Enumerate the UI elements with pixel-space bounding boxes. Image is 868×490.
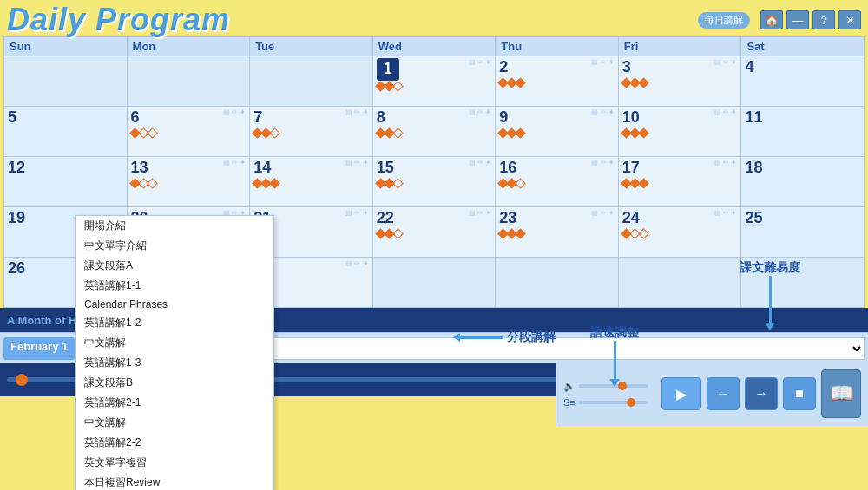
lesson-dropdown[interactable]: 開場介紹中文單字介紹課文段落A英語講解1-1Calendar Phrases英語… [75,215,274,490]
cell-icons: ▤ ✏ ✦ [714,159,737,167]
dropdown-item[interactable]: 課文段落A [76,256,273,276]
calendar-cell-2-2[interactable]: 14▤ ✏ ✦ [250,157,373,207]
diamonds [253,180,369,187]
dropdown-item[interactable]: 開場介紹 [76,216,273,236]
calendar-cell-0-0[interactable] [4,56,128,107]
calendar-cell-3-6[interactable]: 25 [741,207,865,258]
close-button[interactable]: ✕ [838,10,861,29]
calendar-cell-4-5[interactable] [618,258,741,308]
dropdown-item[interactable]: 中文講解 [76,333,273,353]
calendar-cell-2-4[interactable]: 16▤ ✏ ✦ [496,157,619,207]
day-number: 15 [377,159,394,178]
calendar-cell-2-5[interactable]: 17▤ ✏ ✦ [618,157,741,207]
volume-icon: 🔈 [563,381,575,392]
calendar-cell-1-3[interactable]: 8▤ ✏ ✦ [372,107,496,157]
cell-icons: ▤ ✏ ✦ [591,58,614,66]
speed-row: S≡ [563,397,656,408]
dropdown-item[interactable]: 英語講解2-1 [76,393,273,413]
dropdown-item[interactable]: 中文單字介紹 [76,236,273,256]
diamond [515,228,526,239]
diamond [269,127,280,139]
diamonds [622,79,738,87]
calendar-cell-1-5[interactable]: 10▤ ✏ ✦ [618,107,741,157]
home-button[interactable]: 🏠 [760,10,783,29]
col-fri: Fri [618,37,741,56]
calendar-cell-3-3[interactable]: 22▤ ✏ ✦ [372,207,496,258]
slider-section: 🔈 S≡ [563,381,656,408]
date-label[interactable]: February 1 [3,337,75,360]
stop-button[interactable]: ■ [783,377,816,410]
col-mon: Mon [127,37,250,56]
calendar-cell-4-6[interactable] [741,258,865,308]
dropdown-item[interactable]: 課文段落B [76,373,273,393]
dropdown-item[interactable]: 英語講解1-1 [76,276,273,296]
diamond [638,228,649,239]
volume-slider[interactable] [579,384,648,388]
diamond [392,127,404,139]
progress-dot [16,374,28,386]
day-number: 19 [8,209,25,228]
dropdown-item[interactable]: 英語講解2-2 [76,433,273,453]
dropdown-item[interactable]: 中文講解 [76,413,273,433]
calendar-cell-1-4[interactable]: 9▤ ✏ ✦ [496,107,619,157]
play-button[interactable]: ▶ [661,377,701,410]
calendar-cell-2-0[interactable]: 12 [4,157,128,207]
day-number: 7 [253,108,262,127]
calendar-cell-0-2[interactable] [250,56,373,107]
calendar-cell-1-1[interactable]: 6▤ ✏ ✦ [127,107,250,157]
calendar-cell-0-1[interactable] [127,56,250,107]
calendar-cell-2-1[interactable]: 13▤ ✏ ✦ [127,157,250,207]
day-number: 5 [8,108,16,127]
calendar-week-2: 1213▤ ✏ ✦14▤ ✏ ✦15▤ ✏ ✦16▤ ✏ ✦17▤ ✏ ✦18 [4,157,865,207]
diamonds [622,129,738,137]
calendar-cell-2-3[interactable]: 15▤ ✏ ✦ [372,157,496,207]
next-button[interactable]: → [745,377,778,410]
diamond [392,178,404,189]
calendar-cell-0-6[interactable]: 4 [741,56,865,107]
day-number: 2 [499,58,508,77]
calendar-week-0: 1▤ ✏ ✦2▤ ✏ ✦3▤ ✏ ✦4 [4,56,865,107]
calendar-cell-2-6[interactable]: 18 [741,157,865,207]
col-sun: Sun [4,37,128,56]
prev-button[interactable]: ← [707,377,740,410]
book-button[interactable]: 📖 [821,369,861,418]
calendar-cell-4-4[interactable] [496,258,619,308]
diamonds [499,180,615,187]
diamond [147,178,158,189]
calendar-cell-1-0[interactable]: 5 [4,107,128,157]
playback-controls: 🔈 S≡ ▶ ← → ■ 📖 [556,362,868,426]
day-number: 26 [8,259,25,278]
day-number: 18 [745,159,762,178]
help-button[interactable]: ? [812,10,835,29]
header-controls: 每日講解 🏠 — ? ✕ [698,10,861,29]
calendar-cell-1-2[interactable]: 7▤ ✏ ✦ [250,107,373,157]
cell-icons: ▤ ✏ ✦ [591,108,614,116]
day-number: 3 [622,58,631,77]
calendar-cell-1-6[interactable]: 11 [741,107,865,157]
cell-icons: ▤ ✏ ✦ [345,209,368,217]
diamonds [622,230,738,238]
dropdown-item[interactable]: 英文單字複習 [76,453,273,473]
calendar-cell-4-3[interactable] [372,258,496,308]
calendar-cell-0-3[interactable]: 1▤ ✏ ✦ [372,56,496,107]
diamonds [622,180,738,187]
speed-slider[interactable] [579,401,648,404]
day-number: 14 [253,159,271,178]
diamond [515,127,526,139]
calendar-cell-3-5[interactable]: 24▤ ✏ ✦ [618,207,741,258]
dropdown-item[interactable]: 英語講解1-3 [76,353,273,373]
diamond [638,77,649,88]
day-number: 4 [745,58,753,77]
dropdown-item[interactable]: Calendar Phrases [76,296,273,313]
calendar-cell-3-4[interactable]: 23▤ ✏ ✦ [496,207,619,258]
day-number: 6 [131,108,140,127]
calendar-cell-0-4[interactable]: 2▤ ✏ ✦ [496,56,619,107]
cell-icons: ▤ ✏ ✦ [345,108,368,116]
day-number: 8 [377,108,385,127]
calendar-cell-0-5[interactable]: 3▤ ✏ ✦ [618,56,741,107]
header: Daily Program 每日講解 🏠 — ? ✕ [0,0,868,36]
cell-icons: ▤ ✏ ✦ [714,108,737,116]
dropdown-item[interactable]: 英語講解1-2 [76,313,273,333]
minimize-button[interactable]: — [786,10,809,29]
dropdown-item[interactable]: 本日複習Review [76,473,273,490]
